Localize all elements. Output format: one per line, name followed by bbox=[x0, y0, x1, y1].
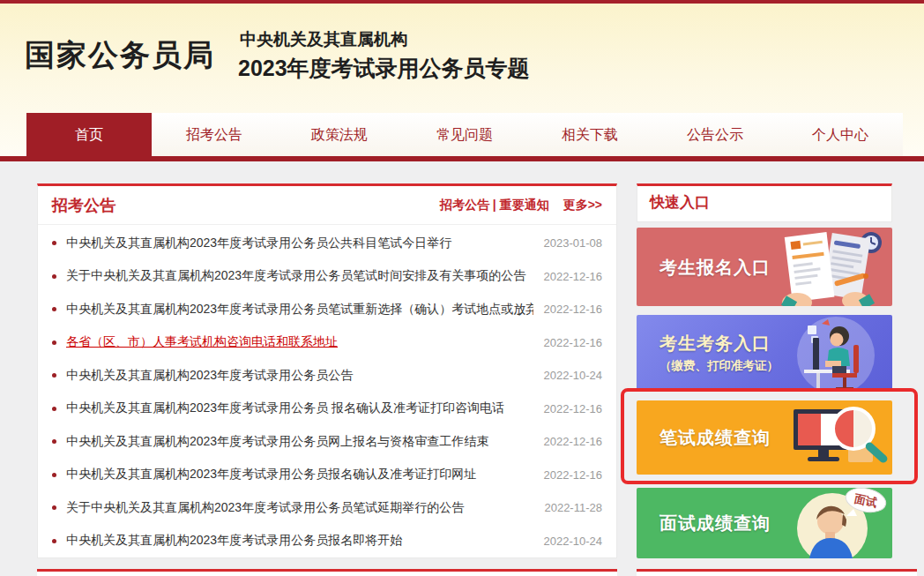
bullet-icon bbox=[52, 473, 56, 477]
quick-entry-panel-header: 快速入口 bbox=[637, 183, 892, 222]
announcement-row[interactable]: 中央机关及其直属机构2023年度考试录用公务员 报名确认及准考证打印咨询电话 2… bbox=[38, 393, 616, 426]
site-subtitle-org: 中央机关及其直属机构 bbox=[240, 28, 407, 51]
announcements-header-links: 招考公告 | 重要通知 更多>> bbox=[440, 198, 602, 213]
exam-affairs-sublabel: （缴费、打印准考证） bbox=[659, 358, 779, 374]
main-nav: 首页 招考公告 政策法规 常见问题 相关下载 公告公示 个人中心 bbox=[26, 113, 903, 156]
nav-underline-bar bbox=[0, 156, 924, 161]
announcement-row[interactable]: 关于中央机关及其直属机构2023年度考试录用公务员笔试延期举行的公告 2022-… bbox=[38, 491, 616, 525]
written-exam-score-query-button[interactable]: 笔试成绩查询 bbox=[637, 400, 892, 475]
bullet-icon bbox=[52, 373, 56, 378]
page: 国家公务员局 中央机关及其直属机构 2023年度考试录用公务员专题 首页 招考公… bbox=[0, 0, 924, 576]
announcements-tab-links[interactable]: 招考公告 | 重要通知 bbox=[440, 198, 549, 213]
documents-pen-illustration bbox=[753, 228, 892, 306]
announcement-row[interactable]: 关于中央机关及其直属机构2023年度考试录用公务员笔试时间安排及有关事项的公告 … bbox=[38, 260, 616, 294]
bullet-icon bbox=[52, 439, 56, 444]
next-panel-stub-right bbox=[637, 569, 917, 576]
announcement-row[interactable]: 中央机关及其直属机构2023年度考试录用公务员公告 2022-10-24 bbox=[38, 359, 616, 393]
nav-tab-public-notices[interactable]: 公告公示 bbox=[652, 113, 778, 156]
bullet-icon bbox=[52, 340, 56, 345]
monitor-magnifier-illustration bbox=[786, 400, 892, 475]
bullet-icon bbox=[52, 539, 56, 543]
announcement-row[interactable]: 中央机关及其直属机构2023年度考试录用公务员笔试重新选择（确认）考试地点或放弃… bbox=[38, 293, 616, 326]
announcements-title: 招考公告 bbox=[52, 195, 116, 216]
person-at-computer-illustration bbox=[778, 315, 892, 391]
quick-entry-title: 快速入口 bbox=[637, 186, 891, 220]
nav-tab-personal-center[interactable]: 个人中心 bbox=[778, 113, 903, 156]
nav-tab-downloads[interactable]: 相关下载 bbox=[527, 113, 652, 156]
announcements-list: 中央机关及其直属机构2023年度考试录用公务员公共科目笔试今日举行 2023-0… bbox=[38, 225, 616, 557]
next-panel-stub-left bbox=[37, 569, 617, 576]
announcement-row[interactable]: 中央机关及其直属机构2023年度考试录用公务员报名确认及准考证打印网址 2022… bbox=[38, 459, 616, 492]
bullet-icon bbox=[52, 505, 56, 510]
nav-tab-faq[interactable]: 常见问题 bbox=[402, 113, 527, 156]
bullet-icon bbox=[52, 307, 56, 311]
site-subtitle-topic: 2023年度考试录用公务员专题 bbox=[238, 54, 530, 83]
nav-tab-announcements[interactable]: 招考公告 bbox=[152, 113, 277, 156]
announcement-row-highlighted-link[interactable]: 各省（区、市）人事考试机构咨询电话和联系地址 2022-12-16 bbox=[38, 326, 616, 360]
nav-tab-policies[interactable]: 政策法规 bbox=[277, 113, 402, 156]
interview-score-query-button[interactable]: 面试成绩查询 面试 bbox=[637, 488, 892, 558]
bullet-icon bbox=[52, 241, 56, 245]
bullet-icon bbox=[52, 407, 56, 411]
announcement-row[interactable]: 中央机关及其直属机构2023年度考试录用公务员网上报名与资格审查工作结束 202… bbox=[38, 425, 616, 459]
announcements-panel: 招考公告 招考公告 | 重要通知 更多>> 中央机关及其直属机构2023年度考试… bbox=[37, 183, 617, 558]
nav-tab-home[interactable]: 首页 bbox=[26, 113, 152, 156]
candidate-exam-affairs-entry-button[interactable]: 考生考务入口 （缴费、打印准考证） bbox=[637, 315, 892, 391]
written-score-label: 笔试成绩查询 bbox=[659, 426, 771, 450]
site-logo: 国家公务员局 bbox=[25, 35, 215, 76]
announcement-row[interactable]: 中央机关及其直属机构2023年度考试录用公务员报名即将开始 2022-10-24 bbox=[38, 525, 616, 558]
more-link[interactable]: 更多>> bbox=[563, 198, 602, 213]
announcements-panel-header: 招考公告 招考公告 | 重要通知 更多>> bbox=[38, 186, 616, 225]
interview-avatar-illustration: 面试 bbox=[786, 488, 892, 558]
interview-score-label: 面试成绩查询 bbox=[659, 512, 771, 535]
announcement-row[interactable]: 中央机关及其直属机构2023年度考试录用公务员公共科目笔试今日举行 2023-0… bbox=[38, 227, 616, 260]
candidate-registration-entry-button[interactable]: 考生报名入口 bbox=[637, 228, 892, 306]
bullet-icon bbox=[52, 274, 56, 279]
exam-affairs-label: 考生考务入口 bbox=[659, 333, 771, 353]
